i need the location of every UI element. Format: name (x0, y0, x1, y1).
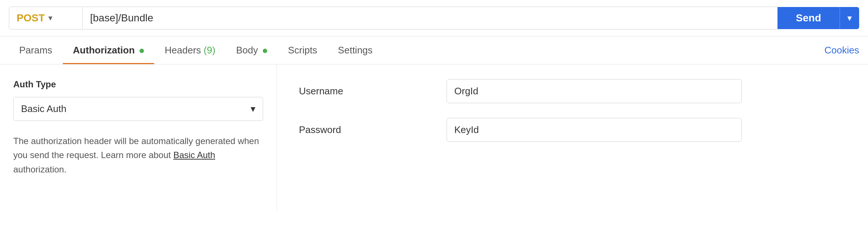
basic-auth-link[interactable]: Basic Auth (173, 150, 215, 160)
authorization-dot-icon (140, 49, 144, 53)
body-dot-icon (263, 49, 267, 53)
send-button[interactable]: Send (778, 7, 840, 29)
tab-body-label: Body (236, 45, 258, 56)
left-panel: Auth Type Basic Auth ▾ The authorization… (0, 64, 277, 212)
tab-headers-label: Headers (165, 45, 201, 56)
method-chevron-icon: ▾ (48, 13, 52, 23)
auth-type-select[interactable]: Basic Auth ▾ (13, 97, 263, 121)
tab-settings[interactable]: Settings (328, 36, 383, 64)
auth-type-chevron-icon: ▾ (251, 103, 255, 115)
tab-scripts-label: Scripts (288, 45, 317, 56)
cookies-link[interactable]: Cookies (824, 45, 859, 56)
username-label: Username (299, 85, 447, 97)
tab-settings-label: Settings (338, 45, 373, 56)
tabs-bar: Params Authorization Headers (9) Body Sc… (0, 36, 868, 64)
tab-authorization-label: Authorization (73, 45, 135, 56)
tab-headers[interactable]: Headers (9) (154, 36, 225, 64)
auth-description: The authorization header will be automat… (13, 134, 263, 177)
password-input[interactable] (447, 118, 742, 142)
tab-params-label: Params (19, 45, 52, 56)
content-area: Auth Type Basic Auth ▾ The authorization… (0, 64, 868, 212)
auth-type-value: Basic Auth (21, 103, 66, 115)
tab-authorization[interactable]: Authorization (63, 36, 155, 64)
method-selector[interactable]: POST ▾ (9, 7, 83, 29)
auth-type-label: Auth Type (13, 79, 263, 90)
top-bar: POST ▾ Send ▾ (0, 0, 868, 36)
username-input[interactable] (447, 79, 742, 103)
headers-count: (9) (204, 45, 216, 56)
right-panel: Username Password (277, 64, 868, 212)
username-row: Username (299, 79, 846, 103)
method-label: POST (17, 12, 45, 24)
tab-scripts[interactable]: Scripts (278, 36, 327, 64)
tab-params[interactable]: Params (9, 36, 63, 64)
tab-body[interactable]: Body (226, 36, 278, 64)
send-dropdown-button[interactable]: ▾ (840, 7, 859, 29)
password-row: Password (299, 118, 846, 142)
password-label: Password (299, 124, 447, 136)
url-input[interactable] (83, 7, 778, 29)
send-button-group: Send ▾ (778, 7, 859, 29)
